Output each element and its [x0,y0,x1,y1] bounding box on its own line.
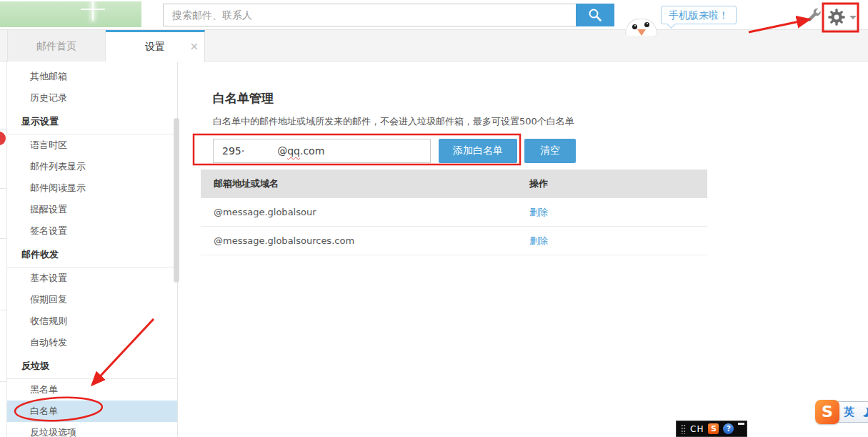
sidebar-section-display-settings: 显示设置 [7,109,177,134]
notification-badge [0,132,6,145]
page-description: 白名单中的邮件地址或域所发来的邮件，不会进入垃圾邮件箱，最多可设置500个白名单 [213,115,574,128]
scrollbar-thumb[interactable] [174,118,179,283]
avatar-beak [637,29,646,36]
sidebar-item-mail-read-display[interactable]: 邮件阅读显示 [7,177,177,199]
avatar-eye [632,24,637,29]
search-button[interactable] [576,4,614,26]
brand-banner [0,1,141,27]
tab-settings[interactable]: 设置 × [106,30,205,62]
sidebar-item-whitelist[interactable]: 白名单 [7,401,177,422]
input-value-at: @ [277,145,287,157]
table-row: @message.globalsour 删除 [201,198,707,227]
strip-divider [0,310,7,310]
whitelist-panel: 白名单管理 白名单中的邮件地址或域所发来的邮件，不会进入垃圾邮件箱，最多可设置5… [179,62,868,437]
table-row: @message.globalsources.com 删除 [201,227,707,255]
sogou-english-mode[interactable]: 英 [844,406,854,419]
background-page-strip [0,30,7,437]
settings-gear-icon[interactable] [827,7,847,27]
sidebar-item-anti-spam-options[interactable]: 反垃圾选项 [7,422,177,437]
whitelist-address-input[interactable]: 295·@qq.com [213,139,431,163]
strip-divider [0,238,7,239]
input-value-prefix: 295· [222,145,244,157]
input-value-domain: qq [287,145,300,157]
tab-mail-home-label: 邮件首页 [36,40,76,51]
help-icon[interactable]: ? [723,423,734,434]
whitelist-table: 邮箱地址或域名 操作 @message.globalsour 删除 @messa… [201,170,707,255]
sidebar-item-vacation-reply[interactable]: 假期回复 [7,289,177,310]
add-whitelist-button[interactable]: 添加白名单 [439,139,517,163]
sidebar-section-mail-send-receive: 邮件收发 [7,242,177,267]
minimize-langbar-icon[interactable] [738,423,744,425]
strip-divider [0,381,7,382]
tab-bar: 邮件首页 设置 × [0,30,868,62]
delete-link[interactable]: 删除 [529,235,548,246]
close-tab-icon[interactable]: × [189,32,199,62]
header [0,0,868,30]
sidebar-section-anti-spam: 反垃圾 [7,353,177,379]
sidebar-item-mail-list-display[interactable]: 邮件列表显示 [7,156,177,177]
sidebar-item-signature-settings[interactable]: 签名设置 [7,220,177,242]
sparkle-decoration [80,0,106,21]
avatar-eye [644,22,649,27]
tab-settings-label: 设置 [145,41,165,52]
sogou-logo-icon[interactable]: S [815,400,839,424]
sidebar-item-auto-forward[interactable]: 自动转发 [7,332,177,353]
chevron-down-icon[interactable] [849,16,857,19]
strip-divider [0,129,7,130]
sidebar-item-receive-rules[interactable]: 收信规则 [7,310,177,332]
sidebar-item-blacklist[interactable]: 黑名单 [7,379,177,401]
sidebar-item-history[interactable]: 历史记录 [7,87,177,109]
sidebar-item-language-timezone[interactable]: 语言时区 [7,134,177,156]
sidebar-item-reminder-settings[interactable]: 提醒设置 [7,199,177,220]
screen: 手机版来啦！ 邮件首页 设置 × 其他邮箱 历史记录 显示设置 语言时区 邮件列… [0,0,868,437]
delete-link[interactable]: 删除 [529,207,548,217]
sidebar-item-other-mailbox[interactable]: 其他邮箱 [7,66,177,87]
page-title: 白名单管理 [213,90,274,107]
language-indicator[interactable]: CH [690,424,704,434]
sogou-ime-bar: S 英 [815,399,868,425]
strip-divider [0,188,7,189]
wrench-icon[interactable] [806,8,822,24]
moon-icon[interactable] [857,405,868,416]
column-header-address: 邮箱地址或域名 [201,170,529,198]
clear-button[interactable]: 清空 [524,139,576,163]
windows-language-bar: CH S ? [676,421,747,437]
search-icon [587,7,603,23]
mobile-version-bubble[interactable]: 手机版来啦！ [661,6,737,24]
table-header-row: 邮箱地址或域名 操作 [201,170,707,198]
settings-sidebar: 其他邮箱 历史记录 显示设置 语言时区 邮件列表显示 邮件阅读显示 提醒设置 签… [7,62,178,437]
sogou-status-pill: 英 [836,401,868,423]
tab-mail-home[interactable]: 邮件首页 [7,30,106,62]
whitelist-address: @message.globalsources.com [201,227,529,255]
mobile-version-text: 手机版来啦！ [669,9,729,21]
column-header-action: 操作 [529,170,707,198]
sidebar-item-basic-settings[interactable]: 基本设置 [7,267,177,289]
langbar-grip-handle[interactable] [681,424,686,434]
sogou-tray-icon[interactable]: S [708,423,719,434]
whitelist-address: @message.globalsour [201,198,529,226]
search-input[interactable] [163,4,576,26]
input-value-tld: .com [300,145,324,157]
